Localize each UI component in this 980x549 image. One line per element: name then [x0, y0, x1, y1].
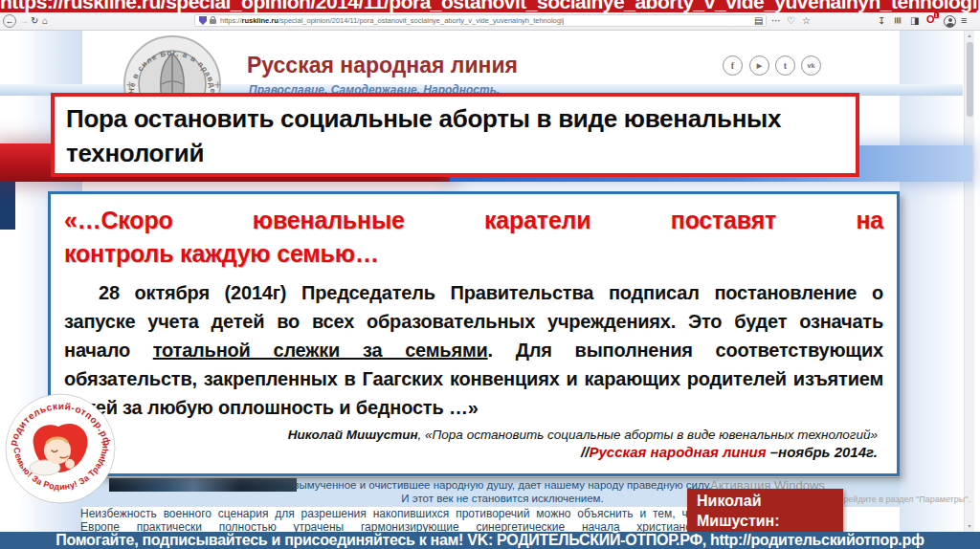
address-url[interactable]: https://ruskline.ru/special_opinion/2014…	[220, 16, 564, 25]
adblock-badge: 1	[934, 12, 939, 18]
forward-icon[interactable]: →	[19, 13, 29, 28]
parental-resistance-sticker: родительский-отпор.рф За Семью! За Родин…	[3, 391, 118, 506]
article-blue-text: вымученное и очистившее народную душу, д…	[293, 479, 712, 506]
article-image-strip	[109, 478, 297, 492]
author-name-line1: Николай	[697, 492, 843, 512]
footer-text: Помогайте, подписывайтесь и присоединяйт…	[56, 532, 924, 549]
url-prefix: https://	[220, 16, 242, 25]
top-url-banner-text: https://ruskline.ru/special_opinion/2014…	[0, 0, 980, 12]
footer-bar: Помогайте, подписывайтесь и присоединяйт…	[0, 532, 980, 549]
vk-icon[interactable]: vk	[801, 55, 821, 76]
sticker-graphic: родительский-отпор.рф За Семью! За Родин…	[3, 391, 118, 506]
scroll-up-icon[interactable]: ▴	[965, 31, 974, 40]
facebook-icon[interactable]: f	[723, 55, 743, 76]
refresh-icon[interactable]: ↻	[31, 13, 38, 28]
url-domain: ruskline.ru	[242, 16, 278, 25]
quote-heading-line2: контроль каждую семью…	[64, 237, 883, 271]
library-icon[interactable]: ≣	[894, 13, 902, 28]
author-name-box: Николай Мишустин:	[687, 489, 843, 535]
twitter-glyph: t	[784, 60, 787, 71]
logo-cross-left-icon: +	[126, 78, 133, 92]
home-icon[interactable]: ⌂	[42, 13, 48, 28]
logo-cross-right-icon: +	[214, 78, 221, 92]
vk-glyph: vk	[808, 62, 815, 69]
twitter-icon[interactable]: t	[775, 55, 795, 76]
lock-icon	[210, 19, 216, 24]
quote-heading-line1: «…Скоро ювенальные каратели поставят на	[64, 204, 883, 237]
quote-body: 28 октября (2014г) Председатель Правител…	[64, 278, 883, 422]
scroll-down-icon[interactable]: ▾	[965, 521, 974, 531]
quote-source-date: –ноябрь 2014г.	[767, 444, 878, 460]
slide: https://ruskline.ru/special_opinion/2014…	[0, 0, 980, 549]
top-url-banner: https://ruskline.ru/special_opinion/2014…	[0, 0, 980, 12]
library-glyph: ≣	[891, 16, 905, 24]
site-title[interactable]: Русская народная линия	[247, 53, 518, 78]
bookmark-star-icon[interactable]: ☆	[802, 13, 811, 28]
quote-attribution-title: , «Пора остановить социальные аборты в в…	[418, 428, 878, 442]
scrollbar[interactable]: ▴ ▾	[964, 30, 974, 533]
quote-attribution: Николай Мишустин, «Пора остановить социа…	[64, 428, 883, 442]
downloads-icon[interactable]: ↧	[878, 13, 885, 28]
browser-toolbar: ← → ↻ ⌂ https://ruskline.ru/special_opin…	[0, 12, 980, 31]
quote-box: «…Скоро ювенальные каратели поставят на …	[48, 191, 900, 476]
scrollbar-thumb[interactable]	[967, 42, 973, 117]
reader-mode-icon[interactable]: ▤	[754, 13, 763, 28]
quote-author: Николай Мишустин	[288, 428, 418, 442]
pocket-icon[interactable]: ♡	[787, 13, 795, 28]
quote-body-underlined: тотальной слежки за семьями	[153, 340, 488, 361]
author-name-line2: Мишустин:	[697, 512, 843, 532]
quote-heading: «…Скоро ювенальные каратели поставят на …	[64, 204, 883, 271]
article-title: Пора остановить социальные аборты в виде…	[66, 102, 844, 171]
url-path: /special_opinion/2014/11/pora_ostanovit_…	[278, 16, 564, 25]
youtube-icon[interactable]: ▶	[749, 55, 769, 76]
quote-source: //Русская народная линия –ноябрь 2014г.	[64, 444, 883, 460]
youtube-glyph: ▶	[757, 62, 762, 70]
page-right-gradient	[900, 30, 963, 533]
address-bar[interactable]: https://ruskline.ru/special_opinion/2014…	[194, 14, 767, 27]
facebook-glyph: f	[731, 60, 734, 71]
article-title-box: Пора остановить социальные аборты в виде…	[51, 93, 859, 177]
page-actions-icon[interactable]: ⋯	[771, 13, 781, 28]
menu-icon[interactable]: ≡	[961, 13, 967, 28]
quote-source-site[interactable]: Русская народная линия	[589, 444, 766, 460]
adblock-icon[interactable]: O1	[926, 13, 935, 25]
sidebar-icon[interactable]: ◨	[910, 13, 919, 28]
back-icon[interactable]: ←	[3, 14, 16, 28]
account-icon[interactable]	[944, 15, 956, 28]
tracking-shield-icon[interactable]	[199, 16, 207, 25]
left-navy-strip	[0, 179, 15, 230]
article-paragraph: Неизбежность военного сценария для разре…	[80, 508, 712, 535]
